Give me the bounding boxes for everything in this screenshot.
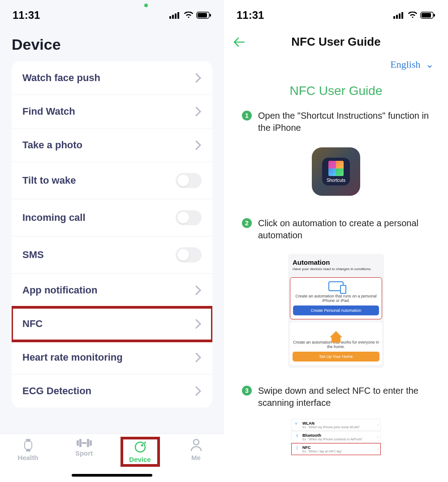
nav-title: NFC User Guide <box>291 35 380 49</box>
shortcuts-app-icon: Shortcuts <box>312 147 360 196</box>
row-label: Find Watch <box>22 106 75 117</box>
tab-health[interactable]: Health <box>10 439 46 461</box>
chevron-right-icon <box>195 386 202 396</box>
page-title: Device <box>0 26 224 61</box>
svg-rect-25 <box>434 14 435 17</box>
automation-title: Automation <box>293 258 379 266</box>
back-arrow-icon[interactable] <box>233 37 246 47</box>
step-3: 3 Swipe down and select NFC to enter the… <box>224 381 448 417</box>
svg-rect-19 <box>393 16 395 19</box>
svg-rect-6 <box>210 14 211 17</box>
svg-point-18 <box>194 439 199 445</box>
device-icon <box>134 440 147 454</box>
nfc-icon: ⦚ <box>294 445 300 450</box>
automation-subtitle: Have your devices react to changes in co… <box>293 267 379 271</box>
svg-rect-13 <box>87 439 89 447</box>
trigger-nfc: ⦚ NFC Ex. "When I tap an NFC tag" › <box>291 443 381 455</box>
svg-rect-1 <box>172 15 174 19</box>
svg-rect-12 <box>82 442 86 444</box>
row-tilt-to-wake[interactable]: Tilt to wake <box>12 162 212 199</box>
svg-rect-21 <box>399 13 401 19</box>
status-bar: 11:31 <box>224 0 448 26</box>
svg-point-15 <box>135 442 145 452</box>
tab-sport[interactable]: Sport <box>66 439 102 457</box>
row-watch-face-push[interactable]: Watch face push <box>12 61 212 95</box>
personal-automation-caption: Create an automation that runs on a pers… <box>293 294 379 303</box>
dumbbell-icon <box>77 439 92 448</box>
camera-indicator-dot <box>144 4 148 7</box>
nfc-guide-screen: 11:31 NFC User Guide English ⌄ NFC User … <box>224 0 448 482</box>
step-1: 1 Open the "Shortcut Instructions" funct… <box>224 106 448 142</box>
row-find-watch[interactable]: Find Watch <box>12 95 212 129</box>
svg-rect-24 <box>422 13 431 17</box>
row-label: NFC <box>22 318 43 330</box>
chevron-right-icon <box>195 319 202 329</box>
chevron-right-icon: › <box>377 447 379 452</box>
svg-rect-20 <box>396 15 398 19</box>
chevron-right-icon <box>195 73 202 83</box>
svg-rect-11 <box>79 439 82 447</box>
chevron-right-icon <box>195 107 202 116</box>
trigger-title: NFC <box>302 445 342 450</box>
row-take-a-photo[interactable]: Take a photo <box>12 129 212 162</box>
row-sms[interactable]: SMS <box>12 237 212 274</box>
device-icon <box>328 281 344 291</box>
row-nfc[interactable]: NFC <box>12 307 212 341</box>
status-time: 11:31 <box>13 9 40 22</box>
trigger-list-illustration: ᯤ WLAN Ex. "When my iPhone joins home WL… <box>291 419 381 455</box>
svg-rect-0 <box>169 16 171 19</box>
trigger-title: Bluetooth <box>302 433 362 438</box>
step-2: 2 Click on automation to create a person… <box>224 214 448 250</box>
tab-label: Device <box>129 456 151 463</box>
set-up-home-button: Set Up Your Home <box>293 352 379 362</box>
svg-rect-3 <box>177 12 179 19</box>
status-icons <box>169 12 211 19</box>
chevron-down-icon: ⌄ <box>426 59 434 70</box>
step-text: Swipe down and select NFC to enter the s… <box>258 385 430 409</box>
row-label: Incoming call <box>22 212 86 224</box>
step-number-badge: 3 <box>242 386 252 396</box>
trigger-subtitle: Ex. "When I tap an NFC tag" <box>302 450 342 453</box>
row-app-notification[interactable]: App notification <box>12 274 212 307</box>
person-icon <box>190 439 202 452</box>
shortcuts-app-illustration: Shortcuts <box>224 142 448 214</box>
chevron-right-icon <box>195 285 202 295</box>
row-label: Heart rate monitoring <box>22 352 123 363</box>
row-label: Watch face push <box>22 72 100 84</box>
language-selector[interactable]: English ⌄ <box>224 55 448 74</box>
toggle-switch[interactable] <box>176 247 202 263</box>
row-incoming-call[interactable]: Incoming call <box>12 199 212 237</box>
trigger-title: WLAN <box>302 421 360 426</box>
chevron-right-icon <box>195 140 202 150</box>
row-label: SMS <box>22 249 44 261</box>
row-label: Take a photo <box>22 139 82 151</box>
step-text: Open the "Shortcut Instructions" functio… <box>258 110 430 134</box>
row-heart-rate-monitoring[interactable]: Heart rate monitoring <box>12 341 212 374</box>
tab-me[interactable]: Me <box>178 439 214 461</box>
row-ecg-detection[interactable]: ECG Detection <box>12 374 212 408</box>
settings-card: Watch face push Find Watch Take a photo … <box>12 61 212 408</box>
row-label: ECG Detection <box>22 385 91 397</box>
trigger-wlan: ᯤ WLAN Ex. "When my iPhone joins home WL… <box>291 419 381 431</box>
svg-point-17 <box>144 442 146 443</box>
toggle-switch[interactable] <box>176 210 202 225</box>
home-indicator[interactable] <box>72 474 152 477</box>
cellular-icon <box>393 12 405 19</box>
chevron-right-icon: › <box>377 423 379 427</box>
step-number-badge: 2 <box>242 218 252 228</box>
svg-rect-9 <box>26 450 30 452</box>
device-screen: 11:31 Device Watch face push Find Watch … <box>0 0 224 482</box>
chevron-right-icon: › <box>377 435 379 439</box>
wifi-small-icon: ᯤ <box>294 421 300 426</box>
battery-icon <box>420 12 435 19</box>
status-bar: 11:31 <box>0 0 224 26</box>
automation-panel-illustration: Automation Have your devices react to ch… <box>288 254 384 368</box>
tab-device[interactable]: Device <box>122 439 158 465</box>
home-icon <box>330 331 342 337</box>
bluetooth-icon: ᚼ <box>294 433 300 438</box>
toggle-switch[interactable] <box>176 173 202 188</box>
watch-icon <box>22 439 34 452</box>
shortcuts-label: Shortcuts <box>327 178 345 183</box>
svg-rect-8 <box>26 439 30 441</box>
svg-rect-10 <box>77 440 79 446</box>
